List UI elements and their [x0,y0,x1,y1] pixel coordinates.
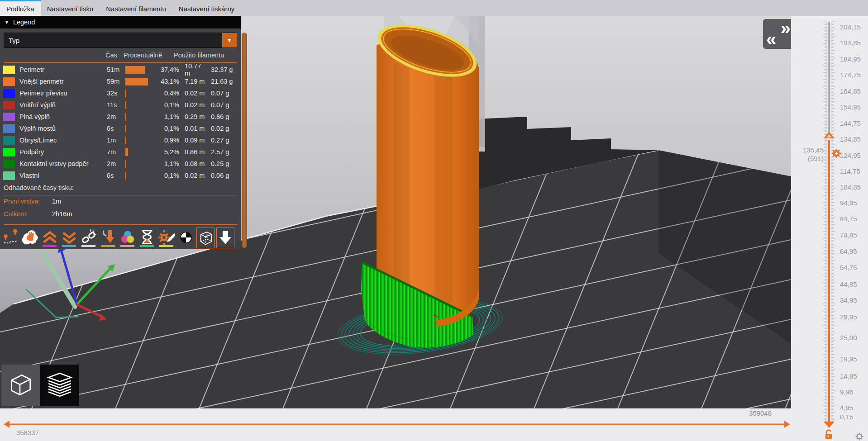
center-of-gravity-button[interactable] [176,227,196,249]
tab-nastaven-tisku[interactable]: Nastavení tisku [41,0,100,16]
separator [4,195,237,195]
feature-percent-bar [125,148,149,156]
tab-nastaven-filamentu[interactable]: Nastavení filamentu [100,0,172,16]
cube-outline-icon [8,371,34,399]
legend-toggle-button[interactable] [216,228,234,248]
feature-label: Perimetr [19,66,107,73]
layer-slider-bottom-thumb [824,422,835,428]
column-percent: Procentuálně [124,52,162,59]
feature-time: 7m [107,148,125,156]
feature-length: 7.19 m [179,78,207,85]
settings-gear-icon[interactable] [855,432,863,441]
travel-moves-button[interactable] [1,227,20,249]
legend-column-headers: Čas Procentuálně Použito filamentu [0,52,241,62]
first-layer-time-row: První vrstva: 1m [4,198,61,205]
feature-length: 0.02 m [179,101,207,109]
tab-podlo-ka[interactable]: Podložka [0,0,41,16]
layer-height-tick-label: 114,75 [840,167,860,175]
legend-row[interactable]: Kontaktní vrstvy podpěr2m1,1%0.08 m0.25 … [0,158,241,170]
view-type-value: Typ [4,37,222,44]
shells-button[interactable] [196,228,215,248]
retractions-button[interactable] [40,227,59,249]
moves-min-label: 358337 [16,429,39,436]
feature-length: 0.02 m [179,90,207,97]
feature-color-swatch [3,171,15,180]
wipe-moves-button[interactable] [20,227,40,249]
pause-prints-underline [140,245,154,247]
layer-height-tick-label: 134,85 [840,135,861,143]
preview-view-button[interactable] [40,365,79,406]
collapse-sidebar-button[interactable]: » « [763,19,791,49]
legend-row[interactable]: Plná výplň2m1,1%0.29 m0.86 g [0,111,241,123]
separator [4,224,237,225]
legend-row[interactable]: Výplň mostů6s0,1%0.01 m0.02 g [0,123,241,134]
feature-percent: 43,1% [149,78,179,85]
chevron-down-icon: ▼ [227,37,232,43]
seams-button[interactable] [79,227,98,249]
feature-time: 32s [107,90,125,97]
feature-weight: 0.07 g [207,101,239,109]
feature-color-swatch [3,113,15,121]
color-changes-button[interactable] [118,227,137,249]
feature-time: 59m [107,78,125,85]
feature-weight: 32.37 g [207,66,239,73]
percent-bar-fill [125,137,126,144]
feature-time: 51m [107,66,125,73]
legend-row[interactable]: Vlastní6s0,1%0.02 m0.06 g [0,170,241,181]
custom-gcodes-button[interactable] [157,227,176,249]
feature-label: Vlastní [19,172,107,179]
legend-row[interactable]: Perimetr převisu32s0,4%0.02 m0.07 g [0,87,241,99]
legend-scrollbar[interactable] [242,33,247,248]
feature-length: 0.09 m [179,137,207,144]
feature-percent-bar [125,172,149,180]
view-type-select[interactable]: Typ ▼ [4,33,237,48]
feature-weight: 0.27 g [207,137,239,144]
layer-height-tick-label: 44,85 [840,280,857,288]
feature-color-swatch [3,101,15,109]
feature-percent-bar [125,113,149,121]
3d-editor-view-button[interactable] [1,365,40,406]
legend-toolbar [1,227,240,249]
feature-time: 6s [107,172,125,179]
moves-slider[interactable] [0,408,791,441]
feature-color-swatch [3,124,15,133]
percent-bar-fill [125,113,126,121]
tool-changes-button[interactable] [98,227,118,249]
dropdown-button[interactable]: ▼ [222,33,237,47]
deretractions-icon [61,229,78,247]
legend-row[interactable]: Vnitřní výplň11s0,1%0.02 m0.07 g [0,99,241,111]
tab-nastaven-tisk-rny[interactable]: Nastavení tiskárny [172,0,241,16]
feature-label: Podpěry [19,148,107,156]
total-time-row: Celkem: 2h16m [4,210,72,218]
percent-bar-fill [125,101,126,109]
deretractions-button[interactable] [59,227,79,249]
feature-time: 2m [107,113,125,120]
chevrons-right-icon: » [781,19,791,37]
percent-bar-fill [125,90,126,97]
layer-height-tick-label: 74,85 [840,231,857,239]
feature-label: Obrys/Límec [19,137,107,144]
layer-height-tick-label: 144,75 [840,119,861,127]
deretractions-underline [62,245,76,247]
travel-moves-icon [2,228,19,247]
pause-prints-icon [138,229,156,247]
color-changes-icon [119,229,136,247]
retractions-icon [41,229,58,247]
feature-label: Vnitřní výplň [19,101,107,109]
legend-row[interactable]: Vnější perimetr59m43,1%7.19 m21.63 g [0,76,241,87]
percent-bar-fill [125,78,148,85]
feature-length: 0.02 m [179,172,207,179]
legend-row[interactable]: Perimetr51m37,4%10.77 m32.37 g [0,64,241,76]
slider-left-thumb [4,421,10,428]
pause-prints-button[interactable] [137,227,157,249]
feature-length: 10.77 m [179,62,207,77]
lock-icon[interactable] [824,429,834,441]
legend-header[interactable]: ▼ Legend [0,16,241,28]
layer-height-tick-label: 164,85 [840,87,861,95]
feature-percent: 0,1% [149,101,179,109]
legend-row[interactable]: Obrys/Límec1m0,9%0.09 m0.27 g [0,134,241,146]
layer-slider-rail: 135,45 (591) (1) [791,16,868,441]
legend-row[interactable]: Podpěry7m5,2%0.86 m2.57 g [0,146,241,158]
first-layer-value: 1m [52,198,61,205]
color-changes-underline [120,245,134,247]
